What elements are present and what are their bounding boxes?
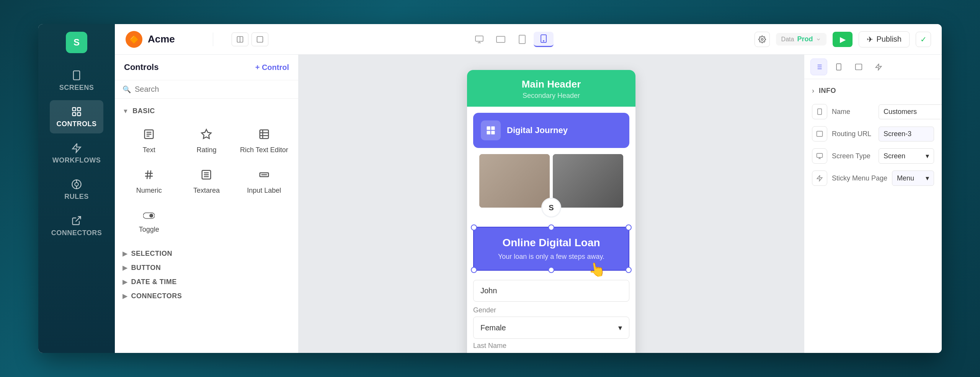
content-row: Controls + Control 🔍 ▼ BASIC (115, 55, 942, 353)
svg-rect-3 (77, 108, 80, 111)
layout-btn-single[interactable] (252, 32, 268, 46)
control-item-rating[interactable]: Rating (178, 122, 234, 161)
device-tablet-portrait[interactable] (512, 32, 532, 47)
run-button[interactable]: ▶ (833, 32, 853, 47)
name-field-label: Name (832, 108, 874, 116)
name-field-input[interactable] (879, 104, 942, 119)
selection-section-header[interactable]: ▶ SELECTION (115, 247, 298, 261)
name-field-row: Name (812, 104, 934, 119)
textarea-control-icon (201, 169, 212, 183)
control-item-toggle[interactable]: Toggle (121, 203, 177, 240)
handle-bottom-middle[interactable] (548, 267, 554, 273)
device-icons (276, 32, 747, 47)
screens-label: SCREENS (59, 84, 94, 92)
settings-button[interactable] (755, 32, 770, 47)
routing-field-icon (812, 126, 827, 141)
handle-top-left[interactable] (471, 224, 477, 231)
button-chevron: ▶ (122, 264, 127, 271)
svg-rect-44 (487, 127, 490, 130)
handle-top-right[interactable] (626, 224, 632, 231)
button-label: BUTTON (131, 264, 161, 272)
sticky-menu-dropdown[interactable]: Menu ▾ (892, 171, 934, 186)
phone-secondary-header: Secondary Header (476, 92, 626, 100)
rating-control-label: Rating (196, 146, 216, 154)
svg-point-7 (75, 182, 78, 186)
workflows-label: WORKFLOWS (52, 156, 101, 164)
tab-phone[interactable] (830, 58, 847, 75)
sidebar-item-controls[interactable]: CONTROLS (50, 100, 103, 133)
svg-rect-13 (257, 36, 263, 42)
rules-label: RULES (64, 193, 89, 201)
tab-tablet[interactable] (850, 58, 867, 75)
control-item-text[interactable]: Text (121, 122, 177, 161)
connectors-label: CONNECTORS (51, 229, 102, 237)
rules-icon (70, 178, 83, 190)
panel-title: Controls (124, 62, 158, 72)
textarea-control-label: Textarea (193, 186, 220, 195)
control-item-input-label[interactable]: Input Label (236, 162, 292, 202)
gender-select[interactable]: Female ▾ (473, 317, 629, 339)
sidebar-item-workflows[interactable]: WORKFLOWS (50, 136, 103, 170)
device-mobile[interactable] (534, 32, 554, 47)
device-tablet-landscape[interactable] (491, 32, 511, 47)
svg-rect-29 (260, 130, 269, 139)
svg-point-22 (543, 41, 544, 41)
search-input[interactable] (135, 85, 291, 94)
check-button[interactable]: ✓ (916, 32, 931, 47)
publish-button[interactable]: ✈ Publish (859, 31, 910, 47)
sidebar-item-screens[interactable]: SCREENS (50, 64, 103, 97)
device-desktop[interactable] (469, 32, 489, 47)
svg-rect-0 (74, 71, 80, 80)
name-input[interactable] (473, 280, 629, 302)
controls-list: ▼ BASIC Text (115, 99, 298, 353)
controls-label: CONTROLS (57, 120, 97, 128)
routing-field-label: Routing URL (832, 130, 874, 138)
tab-lightning[interactable] (870, 58, 887, 75)
connectors-section-header[interactable]: ▶ CONNECTORS (115, 289, 298, 303)
basic-section-header[interactable]: ▼ BASIC (115, 103, 298, 119)
add-control-button[interactable]: + Control (255, 63, 289, 72)
top-bar-right: Data Prod ▶ ✈ Publish ✓ (755, 31, 931, 47)
layout-btn-split[interactable] (232, 32, 248, 46)
svg-marker-28 (202, 130, 211, 139)
control-item-numeric[interactable]: Numeric (121, 162, 177, 202)
controls-grid-basic: Text Rating Rich Text Edit (115, 119, 298, 247)
numeric-control-label: Numeric (136, 186, 162, 195)
selected-text-box[interactable]: Online Digital Loan Your loan is only a … (473, 227, 629, 271)
card-icon (481, 120, 501, 140)
handle-bottom-right[interactable] (626, 267, 632, 273)
basic-chevron: ▼ (122, 108, 129, 115)
control-item-rich-text[interactable]: Rich Text Editor (236, 122, 292, 161)
rich-text-control-icon (258, 128, 270, 143)
svg-line-10 (76, 217, 81, 222)
datetime-label: DATE & TIME (131, 278, 177, 286)
publish-icon: ✈ (867, 35, 873, 44)
handle-top-middle[interactable] (548, 224, 554, 231)
data-env: Data Prod (776, 33, 827, 46)
phone-card-blue: Digital Journey (473, 113, 629, 148)
toggle-control-icon (143, 210, 155, 222)
svg-line-35 (150, 171, 151, 179)
button-section-header[interactable]: ▶ BUTTON (115, 261, 298, 275)
tab-properties[interactable] (810, 58, 827, 75)
handle-bottom-left[interactable] (471, 267, 477, 273)
sidebar-item-connectors[interactable]: CONNECTORS (50, 209, 103, 242)
app-brand: 🔶 Acme (126, 31, 202, 48)
sticky-menu-field-icon (812, 171, 827, 186)
sidebar-item-rules[interactable]: RULES (50, 173, 103, 206)
screen-type-field-icon (812, 148, 827, 164)
svg-rect-54 (836, 63, 841, 70)
control-item-textarea[interactable]: Textarea (178, 162, 234, 202)
input-label-control-icon (258, 169, 270, 183)
svg-point-23 (761, 38, 763, 40)
routing-field-row: Routing URL Screen-3 (812, 126, 934, 141)
rich-text-control-label: Rich Text Editor (240, 146, 288, 154)
screen-type-dropdown[interactable]: Screen ▾ (879, 148, 934, 164)
svg-rect-17 (497, 36, 505, 42)
layout-icons (232, 32, 268, 46)
phone-form: Gender Female ▾ Last Name (467, 277, 635, 353)
svg-line-34 (147, 171, 148, 179)
datetime-section-header[interactable]: ▶ DATE & TIME (115, 275, 298, 289)
left-panel: Controls + Control 🔍 ▼ BASIC (115, 55, 299, 353)
svg-rect-45 (491, 127, 495, 130)
